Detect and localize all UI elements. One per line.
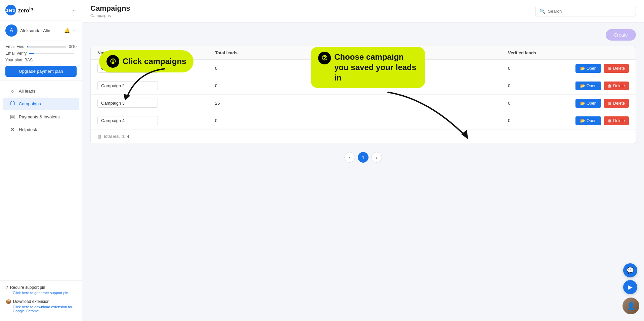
sidebar-item-label: All leads: [19, 89, 35, 94]
campaign-name-cell: [97, 99, 215, 108]
prev-page-button[interactable]: ‹: [344, 152, 355, 163]
results-row: ▤ Total results: 4: [91, 129, 636, 144]
sidebar-item-label: Payments & Invoices: [19, 114, 59, 119]
delete-button[interactable]: 🗑 Delete: [604, 116, 629, 125]
delete-icon: 🗑: [608, 118, 612, 123]
step1-circle: ①: [106, 55, 119, 68]
logo-icon: zero: [5, 5, 16, 15]
step1-text: Click campaigns: [123, 57, 186, 66]
verified-leads-value: 0: [508, 66, 575, 71]
annotation-1: ① Click campaigns: [99, 50, 194, 72]
sidebar-item-label: Campaigns: [19, 101, 41, 106]
page-title-area: Campaigns Campaigns: [90, 4, 530, 18]
logo-text: zeroin: [18, 6, 33, 14]
email-find-row: Email Find 0/10: [5, 44, 77, 49]
avatar: A: [5, 24, 17, 37]
payments-icon: ▤: [9, 114, 15, 120]
campaigns-icon: [9, 101, 15, 107]
open-button[interactable]: 📂 Open: [575, 64, 601, 73]
sidebar-item-campaigns[interactable]: Campaigns: [3, 98, 79, 110]
floating-play-button[interactable]: ▶: [623, 280, 637, 294]
breadcrumb: Campaigns: [90, 13, 530, 18]
nav-section: ○ All leads Campaigns ▤ Payments & Invoi…: [0, 81, 82, 280]
top-bar: Campaigns Campaigns 🔍: [82, 0, 644, 22]
more-icon[interactable]: ···: [73, 28, 77, 33]
sidebar-header: zero zeroin ←: [0, 0, 82, 20]
bell-icon[interactable]: 🔔: [64, 28, 70, 33]
total-leads-value: 0: [215, 118, 508, 123]
campaign-name-cell: [97, 116, 215, 125]
question-icon: ?: [5, 285, 8, 290]
campaign-name-input[interactable]: [97, 99, 158, 108]
delete-button[interactable]: 🗑 Delete: [604, 99, 629, 108]
total-results: Total results: 4: [103, 134, 129, 139]
user-icons: 🔔 ···: [64, 28, 77, 33]
back-button[interactable]: ←: [72, 7, 77, 13]
action-buttons: 📂 Open 🗑 Delete: [575, 99, 629, 108]
verified-leads-value: 0: [508, 118, 575, 123]
open-button[interactable]: 📂 Open: [575, 116, 601, 125]
upgrade-button[interactable]: Upgrade payment plan: [5, 66, 77, 77]
all-leads-icon: ○: [9, 88, 15, 94]
open-icon: 📂: [580, 101, 585, 106]
campaign-name-input[interactable]: [97, 81, 158, 90]
open-icon: 📂: [580, 118, 585, 123]
play-icon: ▶: [628, 283, 633, 291]
usage-section: Email Find 0/10 Email Verify Your plan: …: [0, 41, 82, 81]
next-page-button[interactable]: ›: [371, 152, 382, 163]
plan-label: Your plan: BAS: [5, 58, 77, 62]
open-button[interactable]: 📂 Open: [575, 82, 601, 90]
annotation-2: ② Choose campaign you saved your leads i…: [311, 47, 425, 88]
delete-icon: 🗑: [608, 66, 612, 71]
email-verify-row: Email Verify: [5, 51, 77, 56]
avatar-image: 👤: [622, 298, 639, 314]
sidebar-footer: ? Require support pin Click here to gene…: [0, 280, 82, 321]
email-find-bar-container: [27, 46, 66, 48]
step2-circle: ②: [318, 52, 331, 64]
helpdesk-icon: ⊙: [9, 126, 15, 132]
total-leads-value: 25: [215, 101, 508, 106]
delete-button[interactable]: 🗑 Delete: [604, 82, 629, 90]
download-extension-title[interactable]: 📦 Download extension: [5, 299, 77, 304]
chat-icon: 💬: [627, 267, 634, 274]
action-buttons: 📂 Open 🗑 Delete: [575, 116, 629, 125]
floating-avatar[interactable]: 👤: [622, 298, 639, 314]
action-buttons: 📂 Open 🗑 Delete: [575, 82, 629, 90]
open-button[interactable]: 📂 Open: [575, 99, 601, 108]
download-extension-item: 📦 Download extension Click here to downl…: [5, 299, 77, 313]
email-verify-bar: [29, 53, 34, 54]
current-page-button[interactable]: 1: [358, 152, 369, 163]
delete-button[interactable]: 🗑 Delete: [604, 64, 629, 73]
delete-icon: 🗑: [608, 84, 612, 88]
sidebar: zero zeroin ← A Aleksandar Alic 🔔 ··· Em…: [0, 0, 82, 321]
logo-area: zero zeroin: [5, 5, 33, 15]
email-verify-bar-container: [29, 53, 74, 54]
support-pin-item: ? Require support pin Click here to gene…: [5, 285, 77, 295]
pagination: ‹ 1 ›: [90, 152, 636, 163]
support-pin-subtitle: Click here to generate support pin.: [5, 291, 77, 295]
open-icon: 📂: [580, 66, 585, 71]
col-actions: [575, 50, 629, 55]
table-row: 25 0 📂 Open 🗑 Delete: [91, 95, 636, 112]
page-title: Campaigns: [90, 4, 530, 13]
sidebar-item-payments[interactable]: ▤ Payments & Invoices: [3, 111, 79, 123]
sidebar-item-all-leads[interactable]: ○ All leads: [3, 85, 79, 97]
search-box: 🔍: [535, 6, 636, 16]
user-name: Aleksandar Alic: [20, 28, 61, 33]
search-input[interactable]: [548, 9, 632, 14]
sidebar-item-label: Helpdesk: [19, 127, 37, 132]
main-content: Campaigns Campaigns 🔍 Create Name ⇅ Tota…: [82, 0, 644, 321]
open-icon: 📂: [580, 84, 585, 88]
email-find-value: 0/10: [69, 44, 77, 49]
create-button[interactable]: Create: [606, 29, 636, 41]
sidebar-item-helpdesk[interactable]: ⊙ Helpdesk: [3, 123, 79, 136]
email-find-label: Email Find: [5, 44, 25, 49]
delete-icon: 🗑: [608, 101, 612, 106]
campaign-name-input[interactable]: [97, 116, 158, 125]
floating-chat-button[interactable]: 💬: [623, 263, 637, 277]
email-verify-label: Email Verify: [5, 51, 27, 56]
results-icon: ▤: [97, 134, 101, 139]
download-icon: 📦: [5, 299, 11, 304]
support-pin-title[interactable]: ? Require support pin: [5, 285, 77, 290]
col-verified-leads: Verified leads: [508, 50, 575, 55]
